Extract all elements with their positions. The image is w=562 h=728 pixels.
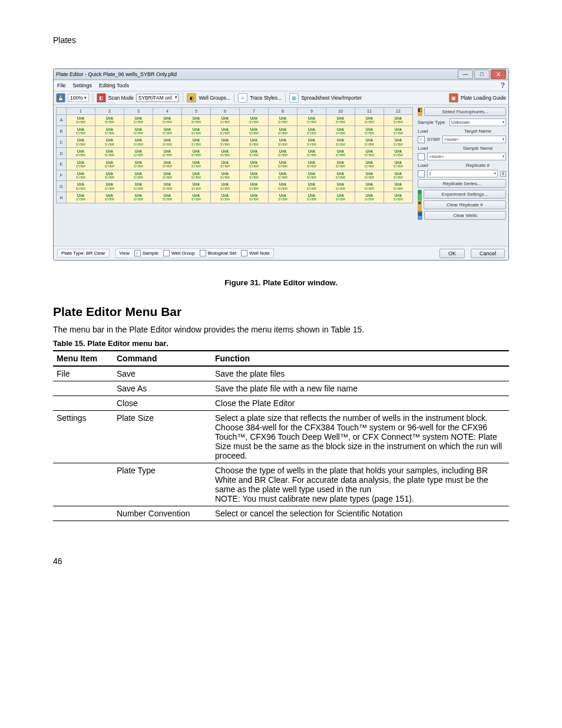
view-well-group-checkbox[interactable] [163, 250, 170, 256]
well-cell[interactable]: UnkSYBR [269, 181, 297, 192]
well-cell[interactable]: UnkSYBR [67, 192, 95, 203]
well-cell[interactable]: UnkSYBR [269, 115, 297, 126]
well-cell[interactable]: UnkSYBR [355, 115, 384, 126]
clear-replicate-button[interactable]: Clear Replicate # [424, 200, 506, 209]
well-cell[interactable]: UnkSYBR [269, 148, 297, 159]
well-cell[interactable]: UnkSYBR [153, 115, 182, 126]
well-cell[interactable]: UnkSYBR [124, 170, 153, 181]
well-cell[interactable]: UnkSYBR [240, 170, 269, 181]
zoom-dropdown[interactable]: 100%▾ [68, 94, 89, 102]
well-cell[interactable]: UnkSYBR [297, 192, 326, 203]
well-cell[interactable]: UnkSYBR [384, 181, 413, 192]
sybr-checkbox[interactable]: ✓ [418, 136, 425, 143]
well-cell[interactable]: UnkSYBR [326, 148, 355, 159]
col-header[interactable]: 8 [269, 108, 297, 115]
well-cell[interactable]: UnkSYBR [211, 192, 240, 203]
well-cell[interactable]: UnkSYBR [355, 159, 384, 170]
well-cell[interactable]: UnkSYBR [211, 148, 240, 159]
well-cell[interactable]: UnkSYBR [240, 115, 269, 126]
well-cell[interactable]: UnkSYBR [153, 170, 182, 181]
row-header[interactable]: H [57, 192, 67, 203]
well-cell[interactable]: UnkSYBR [124, 192, 153, 203]
col-header[interactable]: 7 [240, 108, 269, 115]
maximize-icon[interactable]: □ [474, 70, 490, 79]
well-cell[interactable]: UnkSYBR [326, 170, 355, 181]
row-header[interactable]: B [57, 126, 67, 137]
menu-editing-tools[interactable]: Editing Tools [99, 83, 129, 88]
well-cell[interactable]: UnkSYBR [297, 148, 326, 159]
well-groups-button[interactable]: Well Groups... [199, 95, 230, 101]
row-header[interactable]: A [57, 115, 67, 126]
row-header[interactable]: D [57, 148, 67, 159]
well-cell[interactable]: UnkSYBR [211, 115, 240, 126]
well-cell[interactable]: UnkSYBR [240, 159, 269, 170]
well-cell[interactable]: UnkSYBR [240, 148, 269, 159]
well-cell[interactable]: UnkSYBR [355, 148, 384, 159]
well-cell[interactable]: UnkSYBR [67, 115, 95, 126]
well-cell[interactable]: UnkSYBR [124, 181, 153, 192]
menu-file[interactable]: File [57, 83, 66, 88]
cancel-button[interactable]: Cancel [471, 249, 505, 258]
view-well-note-checkbox[interactable] [241, 250, 247, 256]
stepper-icon[interactable]: ⇕ [500, 171, 506, 177]
col-header[interactable]: 6 [211, 108, 240, 115]
col-header[interactable]: 3 [124, 108, 153, 115]
replicate-stepper[interactable]: 1 [427, 170, 498, 177]
well-cell[interactable]: UnkSYBR [124, 159, 153, 170]
well-cell[interactable]: UnkSYBR [326, 159, 355, 170]
row-header[interactable]: E [57, 159, 67, 170]
target-name-dropdown[interactable]: <none> [442, 136, 506, 143]
col-header[interactable]: 5 [182, 108, 211, 115]
well-cell[interactable]: UnkSYBR [355, 170, 384, 181]
replicate-checkbox[interactable] [418, 170, 425, 177]
sample-name-checkbox[interactable] [418, 153, 425, 160]
well-cell[interactable]: UnkSYBR [297, 170, 326, 181]
sample-name-dropdown[interactable]: <none> [427, 153, 506, 160]
well-cell[interactable]: UnkSYBR [95, 115, 124, 126]
well-cell[interactable]: UnkSYBR [182, 126, 211, 137]
well-cell[interactable]: UnkSYBR [211, 181, 240, 192]
well-cell[interactable]: UnkSYBR [326, 181, 355, 192]
well-cell[interactable]: UnkSYBR [355, 181, 384, 192]
save-icon[interactable]: 💾 [56, 93, 65, 103]
well-cell[interactable]: UnkSYBR [182, 170, 211, 181]
well-cell[interactable]: UnkSYBR [182, 148, 211, 159]
plate-loading-guide-button[interactable]: Plate Loading Guide [461, 95, 506, 101]
replicate-series-button[interactable]: Replicate Series... [418, 179, 506, 188]
well-cell[interactable]: UnkSYBR [240, 126, 269, 137]
trace-styles-button[interactable]: Trace Styles... [250, 95, 282, 101]
well-cell[interactable]: UnkSYBR [384, 115, 413, 126]
well-cell[interactable]: UnkSYBR [182, 192, 211, 203]
well-cell[interactable]: UnkSYBR [384, 126, 413, 137]
well-cell[interactable]: UnkSYBR [124, 115, 153, 126]
well-cell[interactable]: UnkSYBR [355, 126, 384, 137]
well-cell[interactable]: UnkSYBR [67, 137, 95, 148]
well-cell[interactable]: UnkSYBR [269, 170, 297, 181]
well-cell[interactable]: UnkSYBR [326, 137, 355, 148]
well-cell[interactable]: UnkSYBR [240, 192, 269, 203]
col-header[interactable]: 11 [355, 108, 384, 115]
well-cell[interactable]: UnkSYBR [326, 126, 355, 137]
col-header[interactable]: 4 [153, 108, 182, 115]
well-cell[interactable]: UnkSYBR [182, 137, 211, 148]
close-icon[interactable]: X [491, 70, 506, 79]
experiment-settings-button[interactable]: Experiment Settings... [424, 190, 506, 199]
well-cell[interactable]: UnkSYBR [67, 170, 95, 181]
ok-button[interactable]: OK [439, 249, 465, 258]
view-bio-set-checkbox[interactable] [200, 250, 206, 256]
well-cell[interactable]: UnkSYBR [153, 192, 182, 203]
row-header[interactable]: F [57, 170, 67, 181]
well-cell[interactable]: UnkSYBR [67, 126, 95, 137]
well-cell[interactable]: UnkSYBR [297, 159, 326, 170]
well-cell[interactable]: UnkSYBR [355, 137, 384, 148]
well-cell[interactable]: UnkSYBR [153, 181, 182, 192]
well-cell[interactable]: UnkSYBR [297, 137, 326, 148]
well-cell[interactable]: UnkSYBR [182, 181, 211, 192]
well-cell[interactable]: UnkSYBR [384, 159, 413, 170]
well-cell[interactable]: UnkSYBR [355, 192, 384, 203]
well-cell[interactable]: UnkSYBR [95, 148, 124, 159]
well-cell[interactable]: UnkSYBR [211, 170, 240, 181]
well-cell[interactable]: UnkSYBR [153, 159, 182, 170]
well-cell[interactable]: UnkSYBR [269, 159, 297, 170]
well-cell[interactable]: UnkSYBR [269, 192, 297, 203]
